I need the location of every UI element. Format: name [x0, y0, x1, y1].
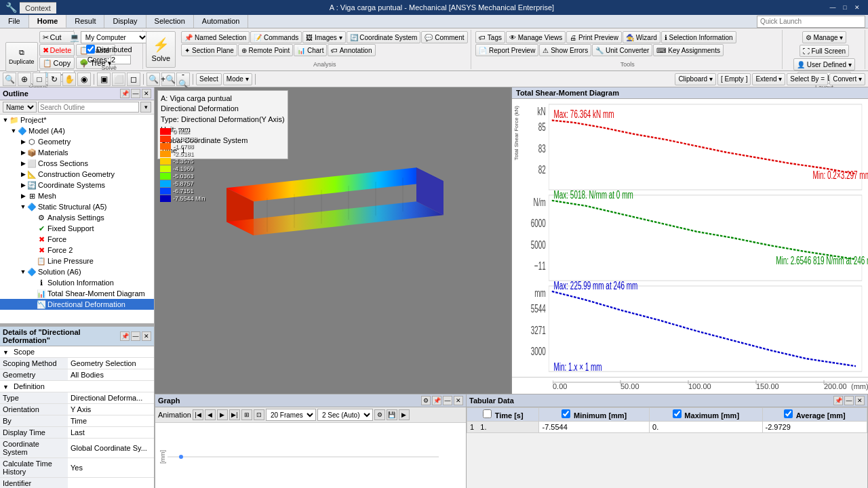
frames-select[interactable]: 20 Frames [266, 409, 316, 421]
tab-home[interactable]: Home [29, 15, 67, 28]
max-col-checkbox[interactable] [673, 409, 682, 418]
tree-item-line-pressure[interactable]: ▶ 📋 Line Pressure [0, 256, 154, 266]
tree-item-total-shear[interactable]: ▶ 📊 Total Shear-Moment Diagram [0, 288, 154, 299]
full-screen-button[interactable]: ⛶ Full Screen [800, 45, 849, 57]
select-button[interactable]: Select [196, 73, 222, 85]
tabular-pin-button[interactable]: 📌 [833, 396, 843, 405]
tree-item-solution-info[interactable]: ▶ ℹ Solution Information [0, 277, 154, 288]
tree-item-directional-def[interactable]: ▶ 📉 Directional Deformation [0, 299, 154, 310]
tab-result[interactable]: Result [66, 15, 104, 28]
details-min-button[interactable]: — [131, 331, 140, 341]
selection-info-button[interactable]: ℹ Selection Information [661, 31, 736, 43]
images-button[interactable]: 🖼 Images ▾ [302, 31, 345, 43]
commands-button[interactable]: 📝 Commands [250, 31, 302, 43]
search-input[interactable] [38, 102, 139, 113]
outline-pin-button[interactable]: 📌 [120, 89, 130, 98]
rotate-button[interactable]: ↻ [47, 73, 61, 86]
zoom-box-button[interactable]: □ [33, 73, 46, 86]
unit-converter-button[interactable]: 🔧 Unit Converter [592, 44, 652, 56]
toggle-cross-sections[interactable]: ▶ [19, 159, 27, 167]
tags-button[interactable]: 🏷 Tags [475, 31, 505, 43]
convert-button[interactable]: Convert ▾ [829, 73, 865, 85]
chart-button[interactable]: 📊 Chart [294, 44, 327, 56]
toggle-project[interactable]: ▼ [1, 116, 9, 124]
manage-button[interactable]: ⚙ Manage ▾ [802, 31, 847, 43]
anim-step-back[interactable]: ◀ [205, 409, 216, 420]
zoom-fit-button[interactable]: 🔍 [3, 73, 16, 86]
remote-point-button[interactable]: ⊕ Remote Point [238, 44, 293, 56]
show-errors-button[interactable]: ⚠ Show Errors [539, 44, 591, 56]
delete-button[interactable]: ✖ Delete [39, 44, 75, 56]
anim-frame-view[interactable]: ⊞ [241, 409, 252, 420]
computer-dropdown[interactable]: My Computer [81, 31, 149, 43]
toggle-construction-geometry[interactable]: ▶ [19, 170, 27, 178]
tree-item-force[interactable]: ▶ ✖ Force [0, 234, 154, 245]
manage-views-button[interactable]: 👁 Manage Views [506, 31, 566, 43]
tab-automation[interactable]: Automation [194, 15, 249, 28]
duplicate-button[interactable]: ⧉ Duplicate [5, 42, 38, 72]
avg-col-checkbox[interactable] [784, 409, 793, 418]
outline-close-button[interactable]: ✕ [142, 89, 151, 98]
anim-back-to-start[interactable]: |◀ [193, 409, 203, 420]
cores-input[interactable] [111, 55, 131, 64]
copy-button[interactable]: 📋 Copy [39, 57, 75, 69]
toggle-solution[interactable]: ▼ [19, 268, 27, 276]
details-pin-button[interactable]: 📌 [120, 331, 130, 341]
tree-item-model[interactable]: ▼ 🔷 Model (A4) [0, 125, 154, 136]
scope-collapse-arrow[interactable]: ▼ [3, 349, 9, 356]
print-preview-button[interactable]: 🖨 Print Preview [566, 31, 622, 43]
anim-settings[interactable]: ⚙ [374, 409, 385, 420]
tree-item-solution[interactable]: ▼ 🔷 Solution (A6) [0, 266, 154, 277]
close-button[interactable]: ✕ [852, 3, 863, 12]
anim-help[interactable]: ▶ [399, 409, 410, 420]
toggle-geometry[interactable]: ▶ [19, 138, 27, 146]
solve-button[interactable]: ⚡ Solve [146, 31, 176, 68]
toggle-static-structural[interactable]: ▼ [19, 203, 27, 211]
details-close-button[interactable]: ✕ [142, 331, 151, 341]
time-col-checkbox[interactable] [483, 409, 492, 418]
wire-button[interactable]: ◻ [127, 73, 140, 86]
clipboard-button[interactable]: Clipboard ▾ [675, 73, 716, 85]
scoping-method-value[interactable]: Geometry Selection [68, 358, 154, 369]
context-tab[interactable]: Context [20, 2, 56, 14]
anim-export[interactable]: 💾 [387, 409, 397, 420]
user-defined-button[interactable]: 👤 User Defined ▾ [793, 58, 855, 70]
select-by-button[interactable]: Select By = [787, 73, 828, 85]
name-select[interactable]: Name [3, 102, 37, 113]
annotation-button[interactable]: 🏷 Annotation [328, 44, 375, 56]
tab-selection[interactable]: Selection [146, 15, 194, 28]
tree-item-force-2[interactable]: ▶ ✖ Force 2 [0, 245, 154, 256]
tree-item-analysis-settings[interactable]: ▶ ⚙ Analysis Settings [0, 212, 154, 223]
zoom-plus-button[interactable]: +🔍 [161, 73, 175, 86]
edge-button[interactable]: ⬜ [112, 73, 125, 86]
named-selection-button[interactable]: 📌 Named Selection [181, 31, 250, 43]
geometry-value[interactable]: All Bodies [68, 369, 154, 381]
tree-item-static-structural[interactable]: ▼ 🔷 Static Structural (A5) [0, 201, 154, 212]
tree-item-materials[interactable]: ▶ 📦 Materials [0, 147, 154, 158]
comment-button[interactable]: 💬 Comment [421, 31, 467, 43]
maximize-button[interactable]: □ [840, 3, 850, 12]
graph-min-button[interactable]: — [443, 396, 452, 405]
minimize-button[interactable]: — [827, 3, 838, 12]
tabular-min-button[interactable]: — [844, 396, 854, 405]
quick-launch-input[interactable] [757, 16, 865, 28]
tree-item-coordinate-systems[interactable]: ▶ 🔄 Coordinate Systems [0, 180, 154, 190]
view-button[interactable]: ◉ [77, 73, 91, 86]
graph-pin-button[interactable]: 📌 [432, 396, 441, 405]
tree-item-mesh[interactable]: ▶ ⊞ Mesh [0, 190, 154, 201]
tab-file[interactable]: File [0, 15, 29, 28]
empty-button[interactable]: [ Empty ] [717, 73, 751, 85]
speed-select[interactable]: 2 Sec (Auto) [317, 409, 373, 421]
toggle-materials[interactable]: ▶ [19, 148, 27, 157]
tree-item-project[interactable]: ▼ 📁 Project* [0, 115, 154, 125]
zoom-in-button[interactable]: ⊕ [18, 73, 31, 86]
toggle-coordinate-systems[interactable]: ▶ [19, 181, 27, 189]
toggle-mesh[interactable]: ▶ [19, 192, 27, 200]
tab-display[interactable]: Display [104, 15, 146, 28]
viewport[interactable]: A: Viga carga puntual Directional Deform… [155, 87, 511, 394]
anim-record[interactable]: ⊡ [254, 409, 264, 420]
graph-options-button[interactable]: ⚙ [421, 396, 431, 405]
anim-step-forward[interactable]: ▶| [229, 409, 240, 420]
tabular-close-button[interactable]: ✕ [855, 396, 865, 405]
extend-button[interactable]: Extend ▾ [752, 73, 785, 85]
